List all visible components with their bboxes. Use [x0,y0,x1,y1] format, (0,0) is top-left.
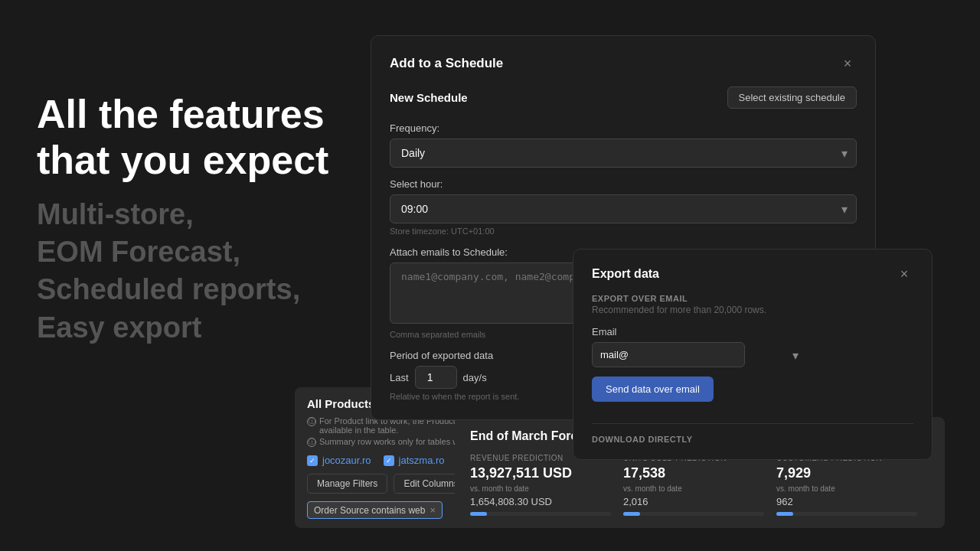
frequency-select-wrapper: Daily Weekly Monthly [390,139,857,168]
send-data-button[interactable]: Send data over email [592,377,714,402]
period-unit-text: day/s [463,372,487,383]
metric-units-progress-fill [623,512,640,516]
period-last-text: Last [390,372,409,383]
download-label: DOWNLOAD DIRECTLY [592,435,913,444]
all-products-title: All Products [307,397,374,410]
subtitle-line-4: Easy export [37,309,366,347]
subtitle: Multi-store, EOM Forecast, Scheduled rep… [37,196,366,347]
frequency-select[interactable]: Daily Weekly Monthly [390,139,857,168]
email-select-label: Email [592,326,913,337]
modal-close-button[interactable]: × [838,54,857,73]
manage-filters-button[interactable]: Manage Filters [307,474,387,494]
email-select[interactable]: mail@ [592,342,745,367]
metric-units-value: 17,538 [623,465,764,481]
modal-title: Add to a Schedule [390,56,503,71]
forecast-metrics: REVENUE PREDICTION 13,927,511 USD vs. mo… [470,454,929,516]
info-icon-2: ⓘ [307,438,316,447]
export-data-modal: Export data × EXPORT OVER EMAIL Recommen… [573,249,933,460]
filter-tag-label: Order Source contains web [314,505,425,516]
background-text: All the features that you expect Multi-s… [37,92,366,347]
filter-tag-remove[interactable]: × [430,504,436,516]
subtitle-line-3: Scheduled reports, [37,271,366,308]
metric-units-progress-bg [623,512,764,516]
hour-select[interactable]: 09:00 10:00 11:00 [390,194,857,223]
metric-units-sub-label: vs. month to date [623,484,764,493]
metric-units: UNITS SOLD PREDICTION 17,538 vs. month t… [623,454,776,516]
store-checkbox-1[interactable]: jocozaur.ro [307,455,371,466]
metric-revenue-sub-value: 1,654,808.30 USD [470,496,611,507]
modal-header: Add to a Schedule × [390,54,857,73]
timezone-hint: Store timezone: UTC+01:00 [390,227,857,236]
metric-revenue-progress-fill [470,512,487,516]
filter-tag-web: Order Source contains web × [307,501,443,519]
export-divider [592,423,913,424]
headline: All the features that you expect [37,92,366,184]
store-label-2: jatszma.ro [399,455,445,466]
metric-revenue: REVENUE PREDICTION 13,927,511 USD vs. mo… [470,454,623,516]
metric-customers-sub-label: vs. month to date [776,484,917,493]
metric-customers-sub-value: 962 [776,496,917,507]
metric-customers-value: 7,929 [776,465,917,481]
subtitle-line-2: EOM Forecast, [37,233,366,271]
subtitle-line-1: Multi-store, [37,196,366,233]
store-checkbox-2[interactable]: jatszma.ro [384,455,445,466]
info-icon-1: ⓘ [307,417,316,426]
export-header: Export data × [592,265,913,283]
checkbox-icon-1 [307,455,318,466]
metric-customers-progress-fill [776,512,793,516]
hour-label: Select hour: [390,178,857,190]
checkbox-icon-2 [384,455,394,466]
metric-customers-progress-bg [776,512,917,516]
select-existing-button[interactable]: Select existing schedule [727,86,857,109]
metric-revenue-sub-label: vs. month to date [470,484,611,493]
period-input[interactable] [415,366,457,389]
frequency-label: Frequency: [390,122,857,134]
hour-select-wrapper: 09:00 10:00 11:00 [390,194,857,223]
export-title: Export data [592,267,659,281]
export-close-button[interactable]: × [895,265,913,283]
store-label-1: jocozaur.ro [322,455,371,466]
metric-units-sub-value: 2,016 [623,496,764,507]
export-email-section-desc: Recommended for more than 20,000 rows. [592,305,913,315]
metric-revenue-progress-bg [470,512,611,516]
export-email-section-title: EXPORT OVER EMAIL [592,294,913,303]
metric-revenue-value: 13,927,511 USD [470,465,611,481]
email-select-wrapper: mail@ [592,342,913,367]
metric-customers: CUSTOMERS PREDICTION 7,929 vs. month to … [776,454,929,516]
new-schedule-label: New Schedule [390,91,468,104]
modal-sub-header: New Schedule Select existing schedule [390,86,857,109]
